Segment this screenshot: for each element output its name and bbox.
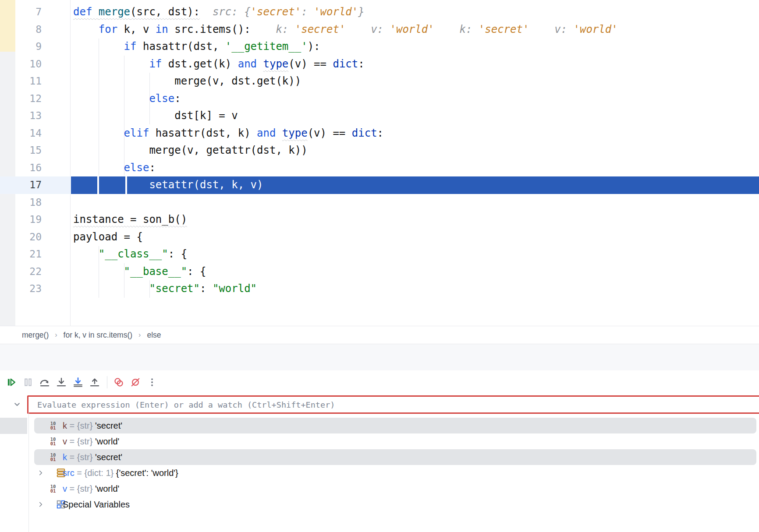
breadcrumb-item[interactable]: else (147, 331, 161, 340)
code-text: def merge(src, dst): src: {'secret': 'wo… (73, 4, 365, 21)
binary-icon: 1001 (47, 451, 59, 463)
code-line-11[interactable]: 11 merge(v, dst.get(k)) (0, 73, 759, 90)
variable-text: v = {str} 'world' (63, 484, 119, 494)
variable-row[interactable]: 1001k = {str} 'secret' (0, 418, 759, 433)
row-selection-background (34, 418, 756, 433)
line-number[interactable]: 14 (0, 125, 42, 142)
line-number[interactable]: 8 (0, 21, 42, 39)
code-text: elif hasattr(dst, k) and type(v) == dict… (73, 125, 383, 142)
line-number[interactable]: 22 (0, 263, 42, 281)
variables-group-row[interactable]: Special Variables (0, 497, 759, 512)
line-number[interactable]: 15 (0, 142, 42, 159)
code-text: "secret": "world" (73, 280, 257, 298)
code-text: dst[k] = v (73, 107, 238, 125)
line-number[interactable]: 18 (0, 194, 42, 211)
code-text: setattr(dst, k, v) (73, 176, 263, 194)
code-text: instance = son_b() (73, 211, 187, 229)
breadcrumb-separator-icon: › (55, 331, 57, 339)
breadcrumb-item[interactable]: for k, v in src.items() (64, 331, 133, 340)
code-line-22[interactable]: 22 "__base__": { (0, 263, 759, 281)
line-number[interactable]: 11 (0, 73, 42, 90)
binary-icon: 1001 (47, 420, 59, 432)
breadcrumb: merge()›for k, v in src.items()›else (0, 326, 759, 344)
code-line-15[interactable]: 15 merge(v, getattr(dst, k)) (0, 142, 759, 159)
code-text: "__class__": { (73, 246, 187, 263)
row-selection-background (34, 449, 756, 465)
line-number[interactable]: 23 (0, 280, 42, 298)
breadcrumb-separator-icon: › (138, 331, 141, 339)
line-number[interactable]: 12 (0, 90, 42, 108)
step-out-icon[interactable] (89, 377, 100, 388)
binary-icon: 1001 (47, 483, 59, 495)
line-number[interactable]: 19 (0, 211, 42, 229)
line-number[interactable]: 17 (0, 176, 42, 194)
view-breakpoints-icon[interactable] (113, 377, 124, 388)
variables-panel: 1001k = {str} 'secret'1001v = {str} 'wor… (0, 415, 759, 532)
chevron-down-icon[interactable] (12, 400, 22, 409)
variable-row[interactable]: 1001v = {str} 'world' (0, 481, 759, 497)
line-number[interactable]: 10 (0, 56, 42, 73)
line-number[interactable]: 21 (0, 246, 42, 263)
code-text: for k, v in src.items(): k: 'secret' v: … (73, 21, 618, 39)
code-line-13[interactable]: 13 dst[k] = v (0, 107, 759, 125)
code-line-16[interactable]: 16 else: (0, 159, 759, 177)
code-line-20[interactable]: 20payload = { (0, 229, 759, 246)
evaluate-expression-input[interactable] (27, 395, 759, 414)
debug-toolbar (0, 370, 759, 394)
line-number[interactable]: 16 (0, 159, 42, 177)
variable-text: v = {str} 'world' (63, 437, 119, 447)
breadcrumb-item[interactable]: merge() (22, 331, 49, 340)
code-text: merge(v, getattr(dst, k)) (73, 142, 308, 159)
code-line-18[interactable]: 18 (0, 194, 759, 211)
code-text: merge(v, dst.get(k)) (73, 73, 301, 90)
code-line-10[interactable]: 10 if dst.get(k) and type(v) == dict: (0, 56, 759, 73)
line-number[interactable]: 13 (0, 107, 42, 125)
group-label: Special Variables (63, 500, 130, 510)
variable-row[interactable]: 1001v = {str} 'world' (0, 433, 759, 449)
variable-text: k = {str} 'secret' (63, 421, 122, 431)
panel-gap (0, 344, 759, 370)
code-text: payload = { (73, 229, 143, 246)
line-number[interactable]: 9 (0, 38, 42, 56)
code-text: "__base__": { (73, 263, 206, 281)
code-editor[interactable]: 7def merge(src, dst): src: {'secret': 'w… (0, 0, 759, 326)
line-number[interactable]: 7 (0, 4, 42, 21)
variable-text: src = {dict: 1} {'secret': 'world'} (63, 468, 178, 478)
mute-breakpoints-icon[interactable] (130, 377, 141, 388)
code-line-23[interactable]: 23 "secret": "world" (0, 280, 759, 298)
code-line-8[interactable]: 8 for k, v in src.items(): k: 'secret' v… (0, 21, 759, 39)
step-over-icon[interactable] (39, 377, 50, 388)
resume-icon[interactable] (6, 377, 17, 388)
selected-row-gutter (0, 418, 27, 434)
force-step-into-icon[interactable] (73, 377, 83, 388)
evaluate-expression-row (0, 394, 759, 415)
variable-text: k = {str} 'secret' (63, 452, 122, 462)
code-line-12[interactable]: 12 else: (0, 90, 759, 108)
variable-row[interactable]: 1001k = {str} 'secret' (0, 449, 759, 465)
step-into-icon[interactable] (56, 377, 67, 388)
toolbar-separator (107, 376, 107, 388)
line-number[interactable]: 20 (0, 229, 42, 246)
pause-icon[interactable] (23, 377, 33, 388)
variable-row[interactable]: src = {dict: 1} {'secret': 'world'} (0, 465, 759, 481)
code-line-21[interactable]: 21 "__class__": { (0, 246, 759, 263)
binary-icon: 1001 (47, 436, 59, 447)
code-line-19[interactable]: 19instance = son_b() (0, 211, 759, 229)
code-line-17[interactable]: 17 setattr(dst, k, v) (0, 176, 759, 194)
code-line-9[interactable]: 9 if hasattr(dst, '__getitem__'): (0, 38, 759, 56)
code-text: else: (73, 159, 156, 177)
more-options-icon[interactable] (147, 377, 157, 388)
code-text: if hasattr(dst, '__getitem__'): (73, 38, 320, 56)
code-line-14[interactable]: 14 elif hasattr(dst, k) and type(v) == d… (0, 125, 759, 142)
expand-chevron-icon[interactable] (37, 500, 45, 508)
code-line-7[interactable]: 7def merge(src, dst): src: {'secret': 'w… (0, 4, 759, 21)
code-text: else: (73, 90, 181, 108)
expand-chevron-icon[interactable] (37, 469, 45, 477)
code-text: if dst.get(k) and type(v) == dict: (73, 56, 365, 73)
